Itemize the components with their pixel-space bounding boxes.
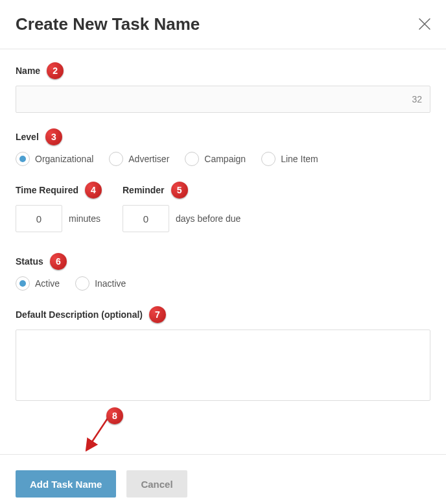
level-option-organizational[interactable]: Organizational — [16, 152, 93, 166]
field-name: Name 2 — [16, 62, 430, 113]
dialog-create-task-name: Create New Task Name Name 2 Level 3 Orga… — [0, 0, 446, 504]
field-default-description: Default Description (optional) 7 — [16, 306, 430, 403]
reminder-label: Reminder — [123, 185, 165, 195]
dialog-title: Create New Task Name — [16, 14, 200, 34]
badge-5: 5 — [171, 182, 188, 198]
dialog-footer: Add Task Name Cancel — [0, 454, 446, 504]
add-task-name-button[interactable]: Add Task Name — [16, 470, 116, 498]
time-reminder-row: Time Required 4 minutes Reminder 5 days … — [16, 182, 430, 232]
dialog-body: Name 2 Level 3 Organizational Advertiser — [0, 49, 446, 454]
radio-icon — [75, 276, 89, 291]
radio-label: Line Item — [281, 154, 318, 164]
level-option-campaign[interactable]: Campaign — [185, 152, 246, 166]
badge-3: 3 — [45, 128, 62, 145]
radio-label: Inactive — [95, 278, 126, 289]
level-option-advertiser[interactable]: Advertiser — [109, 152, 169, 166]
badge-7: 7 — [149, 306, 166, 323]
name-label: Name — [16, 66, 40, 76]
radio-icon — [109, 152, 123, 166]
badge-4: 4 — [85, 182, 102, 198]
time-required-unit: minutes — [69, 213, 100, 224]
level-option-line-item[interactable]: Line Item — [261, 152, 318, 166]
radio-label: Organizational — [35, 154, 93, 164]
reminder-unit: days before due — [176, 213, 241, 224]
radio-icon — [16, 152, 30, 166]
status-option-active[interactable]: Active — [16, 276, 60, 291]
radio-label: Advertiser — [128, 154, 169, 164]
name-input[interactable] — [16, 86, 430, 113]
level-radio-group: Organizational Advertiser Campaign Line … — [16, 152, 430, 166]
default-description-label: Default Description (optional) — [16, 309, 143, 320]
annotation-arrow-8: 8 — [16, 415, 430, 448]
level-label: Level — [16, 132, 39, 142]
field-time-required: Time Required 4 minutes — [16, 182, 102, 232]
time-required-label: Time Required — [16, 185, 78, 195]
badge-2: 2 — [47, 62, 64, 79]
cancel-button[interactable]: Cancel — [126, 470, 187, 498]
svg-line-1 — [91, 416, 109, 444]
field-level: Level 3 Organizational Advertiser Campai… — [16, 128, 430, 166]
radio-icon — [16, 276, 30, 291]
close-icon[interactable] — [419, 16, 430, 34]
badge-6: 6 — [50, 253, 67, 270]
radio-icon — [185, 152, 199, 166]
field-reminder: Reminder 5 days before due — [123, 182, 241, 232]
status-label: Status — [16, 256, 43, 267]
status-option-inactive[interactable]: Inactive — [75, 276, 126, 291]
field-status: Status 6 Active Inactive — [16, 253, 430, 291]
reminder-input[interactable] — [123, 205, 169, 232]
radio-icon — [261, 152, 276, 166]
status-radio-group: Active Inactive — [16, 276, 430, 291]
radio-label: Campaign — [204, 154, 246, 164]
radio-label: Active — [35, 278, 60, 289]
badge-8: 8 — [106, 407, 123, 424]
default-description-textarea[interactable] — [16, 330, 430, 401]
time-required-input[interactable] — [16, 205, 62, 232]
dialog-header: Create New Task Name — [0, 0, 446, 49]
